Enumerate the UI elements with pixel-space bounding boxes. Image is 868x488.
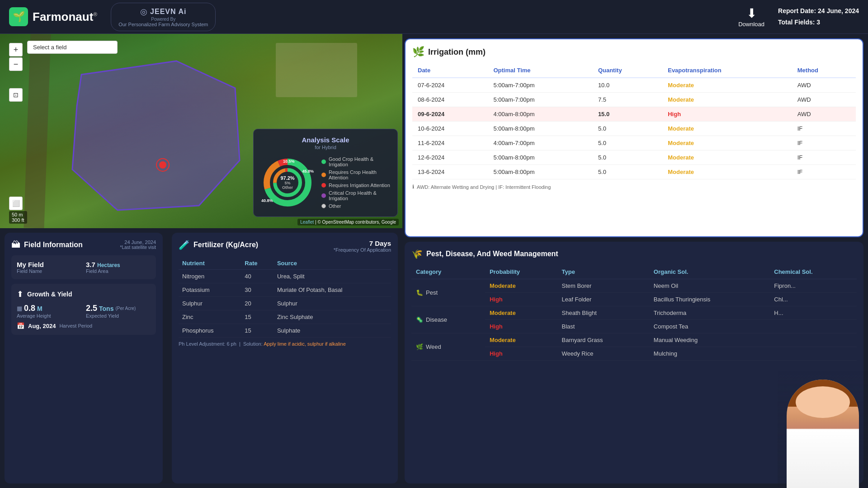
legend-dot-4 — [321, 193, 326, 198]
irrigation-icon: 🌿 — [412, 46, 425, 58]
category-label: Disease — [426, 316, 447, 323]
pest-category: 🌿 Weed — [411, 333, 485, 361]
harvest-icon: 📅 — [17, 322, 24, 329]
pest-prob: High — [485, 347, 557, 361]
pest-col-category: Category — [411, 265, 485, 279]
pct-label-1: 10.5% — [283, 159, 295, 164]
pest-col-chemical: Chemical Sol. — [769, 265, 857, 279]
fert-nutrient: Sulphur — [179, 297, 241, 310]
scale-feet: 300 ft — [12, 217, 24, 223]
fert-rate: 20 — [241, 297, 274, 310]
fertilizer-table-head: Nutrient Rate Source — [179, 257, 391, 270]
irr-time: 5:00am-8:00pm — [488, 122, 592, 136]
pest-panel: 🌾 Pest, Disease, And Weed Management Cat… — [405, 242, 863, 483]
pest-col-type: Type — [557, 265, 649, 279]
growth-grid: ▦ 0.8 M Average Height 2.5 Tons (Per Acr… — [17, 304, 151, 319]
donut-chart: 97.2% 5%Other 10.5% 45.8% 40.8% — [260, 155, 315, 210]
jeevn-subtitle: Our Personalized Farm Advisory System — [118, 22, 208, 27]
irr-date: 07-6-2024 — [412, 78, 488, 93]
irr-date: 11-6-2024 — [412, 136, 488, 150]
irr-evap: Moderate — [662, 78, 792, 93]
pest-chemical — [769, 347, 857, 361]
legend-dot-3 — [321, 183, 326, 188]
fert-nutrient: Phosphorus — [179, 324, 241, 338]
irrigation-header-row: Date Optimal Time Quantity Evapotranspir… — [412, 63, 856, 78]
field-date-sub: *Last satellite visit — [120, 245, 156, 250]
irrigation-row: 13-6-2024 5:00am-8:00pm 5.0 Moderate IF — [412, 165, 856, 179]
pest-organic: Compost Tea — [649, 320, 769, 333]
report-date: Report Date: 24 June, 2024 — [778, 5, 859, 17]
irr-method: IF — [792, 150, 856, 165]
legend-label-3: Requires Irrigation Attention — [329, 183, 390, 188]
col-source: Source — [274, 257, 391, 270]
irr-evap: Moderate — [662, 122, 792, 136]
legend-label-5: Other — [329, 203, 341, 209]
download-label: Download — [738, 21, 764, 28]
fert-rate: 30 — [241, 283, 274, 297]
fert-rate: 15 — [241, 310, 274, 324]
irr-method: IF — [792, 136, 856, 150]
irr-evap: High — [662, 107, 792, 122]
irr-qty: 5.0 — [593, 150, 662, 165]
fert-rate: 15 — [241, 324, 274, 338]
height-label: Average Height — [17, 313, 81, 319]
pest-col-prob: Probability — [485, 265, 557, 279]
irr-date: 09-6-2024 — [412, 107, 488, 122]
solution-label: Solution: — [243, 341, 263, 347]
irr-note-text: AWD: Alternate Wetting and Drying | IF: … — [417, 184, 551, 190]
irr-date: 08-6-2024 — [412, 93, 488, 107]
pest-type: Barnyard Grass — [557, 333, 649, 347]
jeevn-title: JEEVN Ai — [150, 8, 186, 16]
pest-prob: High — [485, 293, 557, 306]
category-icon: 🌿 — [416, 343, 423, 350]
fertilizer-header: 🧪 Fertilizer (Kg/Acre) 7 Days *Frequency… — [179, 239, 391, 253]
irr-col-evap: Evapotranspiration — [662, 63, 792, 78]
field-date-value: 24 June, 2024 — [120, 239, 156, 245]
irr-evap: Moderate — [662, 136, 792, 150]
pest-title: Pest, Disease, And Weed Management — [426, 250, 558, 258]
legend-label-2: Requires Crop Health Attention — [329, 169, 391, 180]
pest-type: Leaf Folder — [557, 293, 649, 306]
fertilizer-title-row: 🧪 Fertilizer (Kg/Acre) — [179, 239, 258, 250]
category-label: Pest — [426, 289, 438, 296]
pest-category: 🐛 Pest — [411, 279, 485, 306]
field-info-header: 🏔 Field Information 24 June, 2024 *Last … — [11, 239, 156, 250]
download-button[interactable]: ⬇ Download — [738, 6, 764, 28]
leaflet-link: Leaflet — [300, 220, 314, 225]
irrigation-table-head: Date Optimal Time Quantity Evapotranspir… — [412, 63, 856, 78]
irrigation-row: 08-6-2024 5:00am-7:00pm 7.5 Moderate AWD — [412, 93, 856, 107]
pest-header: 🌾 Pest, Disease, And Weed Management — [411, 249, 857, 259]
logo-brand: Farmonaut — [33, 10, 93, 23]
irrigation-row: 09-6-2024 4:00am-8:00pm 15.0 High AWD — [412, 107, 856, 122]
map-attribution: Leaflet | © OpenStreetMap contributors, … — [297, 219, 399, 225]
col-rate: Rate — [241, 257, 274, 270]
irrigation-title: Irrigation (mm) — [428, 47, 486, 57]
jeevn-badge: ◎ JEEVN Ai Powered By Our Personalized F… — [111, 3, 216, 31]
yield-label: Expected Yield — [86, 313, 151, 319]
category-label: Weed — [426, 343, 441, 350]
header-right: ⬇ Download Report Date: 24 June, 2024 To… — [738, 5, 859, 28]
logo-icon: 🌱 — [9, 7, 28, 26]
legend-item-3: Requires Irrigation Attention — [321, 183, 391, 188]
report-date-value: 24 June, 2024 — [818, 7, 859, 14]
irrigation-row: 07-6-2024 5:00am-7:00pm 10.0 Moderate AW… — [412, 78, 856, 93]
fertilizer-icon: 🧪 — [179, 239, 190, 250]
irrigation-table-body: 07-6-2024 5:00am-7:00pm 10.0 Moderate AW… — [412, 78, 856, 179]
svg-point-1 — [159, 161, 166, 169]
legend-item-1: Good Crop Health & Irrigation — [321, 156, 391, 167]
irrigation-header: 🌿 Irrigation (mm) — [412, 46, 856, 58]
irr-time: 4:00am-7:00pm — [488, 136, 592, 150]
fert-source: Muriate Of Potash, Basal — [274, 283, 391, 297]
field-info-panel: 🏔 Field Information 24 June, 2024 *Last … — [5, 233, 163, 483]
field-info-grid: My Field Field Name 3.7 Hectares Field A… — [11, 255, 156, 279]
jeevn-powered: Powered By — [151, 17, 175, 22]
irrigation-table: Date Optimal Time Quantity Evapotranspir… — [412, 63, 856, 179]
harvest-value: Aug, 2024 — [28, 323, 56, 329]
irr-date: 12-6-2024 — [412, 150, 488, 165]
total-fields-value: 3 — [816, 19, 820, 26]
field-area-unit: Hectares — [97, 262, 120, 268]
irr-time: 5:00am-7:00pm — [488, 93, 592, 107]
analysis-scale-panel: Analysis Scale for Hybrid — [253, 129, 398, 217]
irr-qty: 15.0 — [593, 107, 662, 122]
height-unit: M — [37, 305, 42, 312]
